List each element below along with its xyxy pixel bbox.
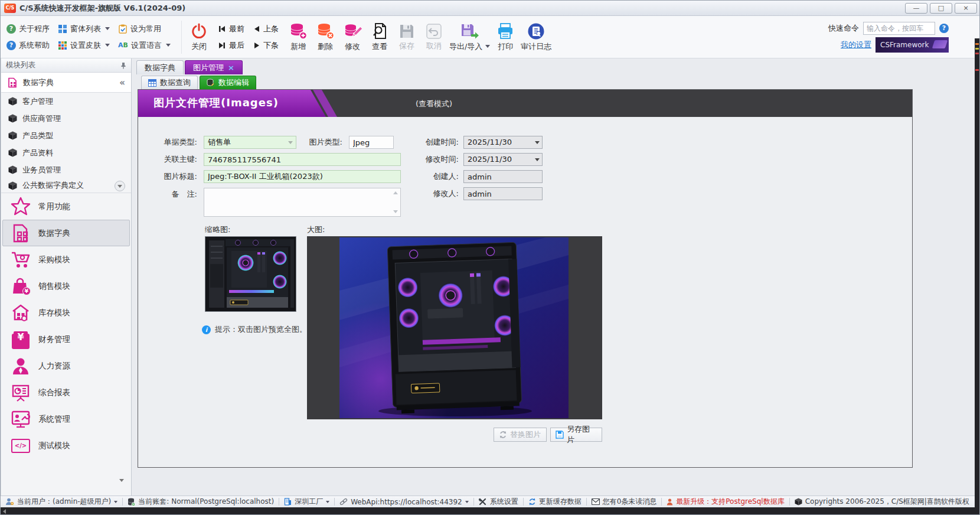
- subtab-data-edit[interactable]: 数据编辑: [200, 76, 256, 89]
- key-input[interactable]: [204, 153, 401, 166]
- sidebar-item-product-data[interactable]: 产品资料: [1, 144, 131, 161]
- warehouse-icon: [10, 302, 31, 324]
- link-icon: [339, 498, 348, 506]
- user-gear-icon: [5, 498, 14, 506]
- sidebar-group-header[interactable]: 数据字典 «: [1, 73, 131, 93]
- status-refresh-cache[interactable]: 更新缓存数据: [528, 497, 582, 507]
- right-dock-strip[interactable]: [975, 38, 980, 515]
- window-controls: — □ ×: [905, 3, 977, 14]
- img-type-input[interactable]: [349, 136, 394, 149]
- quick-command-label: 快速命令: [828, 23, 859, 34]
- nav-last-button[interactable]: 最后: [218, 40, 244, 51]
- sidebar-item-inventory[interactable]: 库存模块: [2, 299, 130, 326]
- dictionary-doc-icon: [10, 223, 31, 244]
- sidebar-item-system[interactable]: 系统管理: [2, 406, 130, 432]
- scroll-down-icon[interactable]: [393, 210, 398, 213]
- large-image-container[interactable]: [307, 236, 602, 419]
- add-button[interactable]: 新增: [285, 22, 312, 52]
- status-webapi[interactable]: WebApi:https://localhost:44392: [339, 498, 468, 506]
- save-image-as-button[interactable]: 另存图片: [550, 428, 602, 442]
- sidebar-item-public-dictionary[interactable]: 公共数据字典定义: [1, 178, 131, 193]
- skin-button[interactable]: 设置皮肤: [58, 40, 110, 51]
- building-icon: [284, 498, 292, 506]
- remark-textarea[interactable]: [204, 188, 401, 217]
- sidebar-item-favorites[interactable]: 常用功能: [2, 193, 130, 220]
- form-list-button[interactable]: 窗体列表: [58, 24, 110, 34]
- minimize-button[interactable]: —: [905, 3, 927, 14]
- database-edit-small-icon: [207, 79, 215, 87]
- modified-time-combo[interactable]: 2025/11/30: [463, 153, 543, 166]
- export-floppy-icon: [460, 22, 479, 40]
- nav-next-button[interactable]: 下条: [254, 40, 279, 51]
- toolbar-right: 快速命令 ? 我的设置 CSFramework: [828, 22, 949, 53]
- sidebar-item-purchase[interactable]: 采购模块: [2, 246, 130, 273]
- sidebar-item-salesmen[interactable]: 业务员管理: [1, 161, 131, 178]
- set-favorite-button[interactable]: 设为常用: [118, 24, 171, 34]
- sidebar-item-product-types[interactable]: 产品类型: [1, 127, 131, 144]
- scroll-up-icon[interactable]: [393, 191, 398, 194]
- sidebar-item-hr[interactable]: 人力资源: [2, 353, 130, 379]
- modifier-input[interactable]: [463, 187, 543, 200]
- thumbnail-image[interactable]: [205, 236, 296, 312]
- status-current-user[interactable]: 当前用户：(admin-超级用户): [5, 497, 117, 507]
- sidebar-item-sales[interactable]: ¥ 销售模块: [2, 273, 130, 299]
- chevron-down-icon: [465, 501, 469, 503]
- sidebar-item-test[interactable]: </> 测试模块: [2, 432, 130, 459]
- modify-button[interactable]: 修改: [339, 22, 366, 52]
- scroll-left-icon[interactable]: [3, 509, 6, 514]
- database-small-icon: [128, 498, 135, 506]
- about-button[interactable]: ? 关于程序: [6, 24, 50, 34]
- created-time-combo[interactable]: 2025/11/30: [463, 136, 543, 149]
- tab-image-management[interactable]: 图片管理 ×: [185, 60, 243, 74]
- sidebar-item-suppliers[interactable]: 供应商管理: [1, 110, 131, 127]
- replace-image-button[interactable]: 替换图片: [494, 428, 547, 442]
- delete-button[interactable]: 删除: [312, 22, 339, 52]
- quick-command-input[interactable]: [863, 22, 935, 35]
- cube-icon: [8, 131, 17, 140]
- sidebar-small-list: 客户管理 供应商管理 产品类型 产品资料 业务员管理 公共数据字典定义: [1, 93, 131, 193]
- bottom-strip: [1, 507, 980, 515]
- close-window-button[interactable]: ×: [955, 3, 977, 14]
- sidebar-item-finance[interactable]: ¥ 财务管理: [2, 326, 130, 353]
- collapse-icon[interactable]: «: [119, 77, 125, 88]
- nav-prev-button[interactable]: 上条: [254, 24, 279, 34]
- language-button[interactable]: AB 设置语言: [118, 40, 171, 51]
- save-button[interactable]: 保存: [393, 23, 420, 51]
- creator-input[interactable]: [463, 170, 543, 183]
- sidebar-item-customers[interactable]: 客户管理: [1, 93, 131, 110]
- maximize-button[interactable]: □: [930, 3, 952, 14]
- sidebar-item-dictionary[interactable]: 数据字典: [2, 220, 130, 246]
- export-import-button[interactable]: 导出/导入: [447, 22, 492, 52]
- help-button[interactable]: ? 系统帮助: [6, 40, 50, 51]
- view-button[interactable]: 查看: [366, 22, 393, 52]
- sidebar-scroll-down[interactable]: [119, 482, 124, 491]
- sidebar-item-reports[interactable]: 综合报表: [2, 379, 130, 406]
- next-record-icon: [254, 42, 260, 49]
- title-input[interactable]: [204, 170, 401, 183]
- editor-panel: 图片文件管理(Images) (查看模式) 单据类型: 销售单 图片类型: 创建…: [138, 89, 913, 468]
- print-button[interactable]: 打印: [492, 22, 519, 52]
- nav-first-button[interactable]: 最前: [218, 24, 244, 34]
- help-icon: ?: [6, 41, 16, 50]
- tab-dictionary[interactable]: 数据字典: [136, 60, 184, 74]
- view-search-icon: [371, 22, 388, 40]
- overflow-button[interactable]: [115, 181, 125, 191]
- status-system-settings[interactable]: 系统设置: [479, 497, 518, 507]
- doc-type-combo[interactable]: 销售单: [204, 136, 296, 149]
- subtab-data-query[interactable]: 数据查询: [141, 76, 198, 89]
- status-factory[interactable]: 深圳工厂: [284, 497, 329, 507]
- brand-badge: CSFramework: [876, 37, 949, 53]
- pin-icon[interactable]: [120, 62, 126, 69]
- quick-help-icon[interactable]: ?: [939, 24, 949, 33]
- tab-close-icon[interactable]: ×: [228, 63, 234, 72]
- img-type-label: 图片类型:: [295, 136, 342, 149]
- audit-log-button[interactable]: 审计日志: [519, 22, 553, 52]
- status-messages[interactable]: 您有0条未读消息: [592, 497, 657, 507]
- last-record-icon: [218, 42, 226, 49]
- my-settings-link[interactable]: 我的设置: [841, 40, 871, 50]
- cube-icon: [8, 148, 17, 157]
- status-copyright: Copyrights 2006-2025，C/S框架网|喜鹊软件版权: [795, 497, 969, 507]
- close-form-button[interactable]: 关闭: [185, 22, 213, 52]
- cancel-button[interactable]: 取消: [420, 23, 447, 51]
- status-upgrade[interactable]: 最新升级：支持PostgreSql数据库: [667, 497, 784, 507]
